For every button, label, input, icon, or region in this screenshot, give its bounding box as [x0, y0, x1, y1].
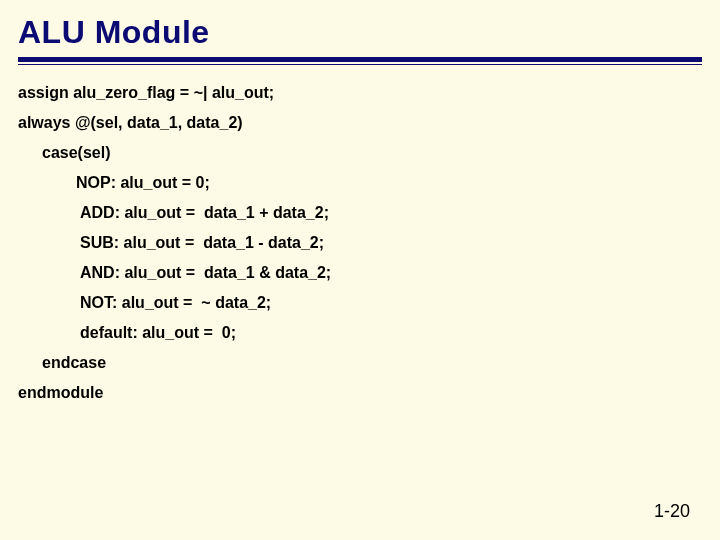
- page-title: ALU Module: [18, 14, 720, 51]
- code-line: case(sel): [42, 145, 720, 161]
- code-line: SUB: alu_out = data_1 - data_2;: [80, 235, 720, 251]
- code-line: NOP: alu_out = 0;: [76, 175, 720, 191]
- slide-number: 1-20: [654, 501, 690, 522]
- code-block: assign alu_zero_flag = ~| alu_out; alway…: [18, 85, 720, 401]
- code-line: AND: alu_out = data_1 & data_2;: [80, 265, 720, 281]
- title-rule: [18, 57, 702, 65]
- code-line: default: alu_out = 0;: [80, 325, 720, 341]
- code-line: ADD: alu_out = data_1 + data_2;: [80, 205, 720, 221]
- code-line: endcase: [42, 355, 720, 371]
- code-line: always @(sel, data_1, data_2): [18, 115, 720, 131]
- code-line: assign alu_zero_flag = ~| alu_out;: [18, 85, 720, 101]
- code-line: NOT: alu_out = ~ data_2;: [80, 295, 720, 311]
- code-line: endmodule: [18, 385, 720, 401]
